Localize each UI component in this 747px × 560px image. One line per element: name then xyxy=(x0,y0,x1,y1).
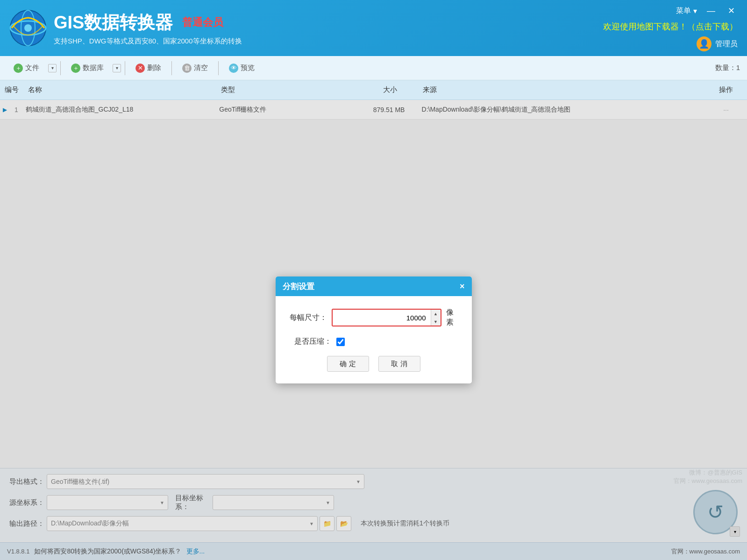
svg-point-3 xyxy=(24,24,32,32)
spinner-down-button[interactable]: ▼ xyxy=(431,318,441,326)
menu-arrow-icon: ▾ xyxy=(693,7,697,15)
header-controls: 菜单 ▾ — ✕ xyxy=(676,5,738,17)
menu-button[interactable]: 菜单 ▾ xyxy=(676,6,697,16)
delete-btn-label: 删除 xyxy=(147,64,161,72)
app-title: GIS数据转换器 xyxy=(54,11,173,35)
content-area: ▶ 1 鹤城街道_高德混合地图_GCJ02_L18 GeoTiff栅格文件 87… xyxy=(0,100,747,560)
compress-checkbox[interactable] xyxy=(336,338,345,346)
preview-button[interactable]: 👁 预览 xyxy=(222,61,261,76)
size-unit: 像素 xyxy=(446,308,458,327)
clear-icon: 🗑 xyxy=(182,64,192,73)
app-subtitle: 支持SHP、DWG等格式及西安80、国家2000等坐标系的转换 xyxy=(54,37,242,46)
compress-row: 是否压缩： xyxy=(290,337,458,347)
file-dropdown-button[interactable]: ▾ xyxy=(48,64,57,72)
admin-avatar-icon: 👤 xyxy=(697,36,711,51)
dialog-header: 分割设置 × xyxy=(276,276,472,296)
app-container: GIS数据转换器 普通会员 支持SHP、DWG等格式及西安80、国家2000等坐… xyxy=(0,0,747,560)
size-row: 每幅尺寸： ▲ ▼ 像素 xyxy=(290,308,458,327)
toolbar-separator-2 xyxy=(125,61,125,75)
file-count: 数量：1 xyxy=(715,64,740,72)
size-spinner: ▲ ▼ xyxy=(431,310,441,326)
col-header-source: 来源 xyxy=(418,85,705,94)
clear-btn-label: 清空 xyxy=(194,64,208,72)
col-header-action: 操作 xyxy=(705,85,747,94)
file-btn-label: 文件 xyxy=(25,64,39,72)
admin-area: 👤 管理员 xyxy=(697,36,738,51)
app-logo xyxy=(9,9,47,47)
size-input[interactable] xyxy=(333,310,431,326)
menu-label: 菜单 xyxy=(676,6,691,16)
dialog-body: 每幅尺寸： ▲ ▼ 像素 是否压缩： xyxy=(276,296,472,383)
preview-btn-label: 预览 xyxy=(241,64,255,72)
size-label: 每幅尺寸： xyxy=(290,313,327,323)
preview-icon: 👁 xyxy=(229,64,238,73)
db-btn-label: 数据库 xyxy=(83,64,104,72)
add-db-icon: ＋ xyxy=(71,64,80,73)
delete-button[interactable]: ✕ 删除 xyxy=(129,61,168,76)
clear-button[interactable]: 🗑 清空 xyxy=(176,61,214,76)
col-header-size: 大小 xyxy=(362,85,418,94)
admin-label: 管理员 xyxy=(715,39,738,49)
dialog-buttons: 确 定 取 消 xyxy=(290,356,458,372)
minimize-button[interactable]: — xyxy=(704,5,718,17)
add-db-button[interactable]: ＋ 数据库 xyxy=(64,61,110,76)
header-right: 菜单 ▾ — ✕ 欢迎使用地图下载器！（点击下载） 👤 管理员 xyxy=(603,0,738,56)
close-button[interactable]: ✕ xyxy=(725,5,738,17)
download-link[interactable]: 欢迎使用地图下载器！（点击下载） xyxy=(603,21,738,32)
dialog-close-button[interactable]: × xyxy=(460,282,465,291)
col-header-name: 名称 xyxy=(23,85,216,94)
toolbar-separator-3 xyxy=(171,61,172,75)
spinner-up-button[interactable]: ▲ xyxy=(431,310,441,318)
ok-button[interactable]: 确 定 xyxy=(327,356,369,372)
db-dropdown-button[interactable]: ▾ xyxy=(113,64,121,72)
toolbar-separator-4 xyxy=(218,61,219,75)
delete-icon: ✕ xyxy=(135,64,145,73)
toolbar: ＋ 文件 ▾ ＋ 数据库 ▾ ✕ 删除 🗑 清空 👁 预览 数量：1 xyxy=(0,56,747,80)
table-header: 编号 名称 类型 大小 来源 操作 xyxy=(0,80,747,100)
dialog-title: 分割设置 xyxy=(283,281,314,292)
member-badge: 普通会员 xyxy=(182,15,223,29)
header-main-title: GIS数据转换器 普通会员 xyxy=(54,11,242,35)
add-file-icon: ＋ xyxy=(14,64,23,73)
header: GIS数据转换器 普通会员 支持SHP、DWG等格式及西安80、国家2000等坐… xyxy=(0,0,747,56)
col-header-type: 类型 xyxy=(216,85,362,94)
modal-overlay: 分割设置 × 每幅尺寸： ▲ ▼ xyxy=(0,100,747,560)
col-header-num: 编号 xyxy=(0,85,23,94)
compress-label: 是否压缩： xyxy=(294,337,332,347)
header-title-area: GIS数据转换器 普通会员 支持SHP、DWG等格式及西安80、国家2000等坐… xyxy=(54,11,242,46)
add-file-button[interactable]: ＋ 文件 xyxy=(7,61,46,76)
size-input-wrapper: ▲ ▼ xyxy=(332,309,441,326)
split-settings-dialog: 分割设置 × 每幅尺寸： ▲ ▼ xyxy=(276,276,472,383)
toolbar-separator-1 xyxy=(60,61,61,75)
cancel-button[interactable]: 取 消 xyxy=(378,356,420,372)
